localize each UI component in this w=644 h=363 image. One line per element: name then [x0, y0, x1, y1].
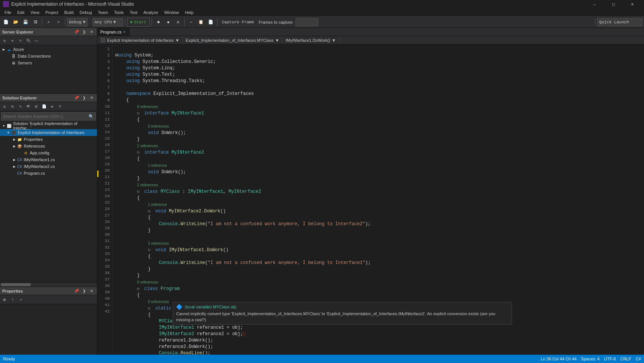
nav-member-chevron: ▼: [332, 38, 336, 43]
tree-properties[interactable]: ▶ 📁 Properties: [0, 136, 97, 143]
tree-imyinterface1[interactable]: ▶ C# IMyINterface1.cs: [0, 156, 97, 163]
cs-file2-icon: C#: [17, 163, 23, 169]
sol-refresh-btn[interactable]: ↻: [1, 103, 8, 110]
toolbar-copy[interactable]: 📋: [196, 18, 205, 27]
properties-panel: Properties 📌 ❯ ✕ ⊞ ↕ ⚡: [0, 287, 97, 355]
nav-project-dropdown[interactable]: ⬛ Explicit Implementation of Interfaces …: [97, 36, 183, 44]
left-panels: Server Explorer 📌 ❯ ✕ ↻ ✕ ✎ 🔌 ⸻ ▶ ☁ Azur…: [0, 28, 97, 355]
tree-item-servers[interactable]: 🖥 Servers: [0, 59, 97, 66]
props-grid-btn[interactable]: ⊞: [1, 296, 8, 304]
toolbar-open[interactable]: 📂: [11, 18, 20, 27]
tree-program-cs[interactable]: C# Program.cs: [0, 170, 97, 177]
solution-search-box[interactable]: 🔍: [1, 112, 96, 120]
props-pin-icon[interactable]: 📌: [74, 288, 80, 294]
statusbar-ln-col: Ln 36 Col 44 Ch 44: [541, 357, 577, 361]
menu-edit[interactable]: Edit: [14, 9, 28, 15]
toolbar-undo[interactable]: ↶: [44, 18, 53, 27]
toolbar-cut[interactable]: ✁: [187, 18, 196, 27]
close-panel-icon[interactable]: ✕: [89, 29, 95, 35]
menu-tools[interactable]: Tools: [111, 9, 127, 15]
properties-folder-icon: 📁: [17, 136, 23, 142]
debug-config-dropdown[interactable]: Debug ▼: [67, 18, 87, 26]
sol-props-btn[interactable]: ✎: [17, 103, 24, 110]
nav-member-dropdown[interactable]: IMyINterface1.DoWork() ▼: [282, 36, 339, 44]
code-editor: 1 2 3 4 5 6 7 8 9 10 11 12 13 14 15 16 1…: [97, 44, 644, 355]
toolbar-save-all[interactable]: 🖫: [31, 18, 40, 27]
tree-project[interactable]: ▼ ⬛ Explicit Implementation of Interface…: [0, 129, 97, 136]
minimize-button[interactable]: –: [586, 0, 603, 8]
menu-test[interactable]: Test: [127, 9, 140, 15]
solution-scrollbar[interactable]: [0, 282, 97, 287]
tree-item-data-connections[interactable]: 🗄 Data Connections: [0, 53, 97, 59]
search-icon: 🔍: [89, 114, 94, 119]
sol-sync-btn[interactable]: ⇄: [48, 103, 56, 110]
editor-area: Program.cs ✕ ⬛ Explicit Implementation o…: [97, 28, 644, 355]
toolbar: 📄 📂 💾 🖫 ↶ ↷ Debug ▼ Any CPU ▼ ► Start ■ …: [0, 17, 644, 28]
sol-filter-btn[interactable]: ⊡: [32, 103, 40, 110]
tree-imyinterface2[interactable]: ▶ C# IMyINterface2.cs: [0, 163, 97, 170]
server-explorer-tree: ▶ ☁ Azure 🗄 Data Connections 🖥 Servers: [0, 45, 97, 93]
statusbar-spaces: Spaces: 4: [581, 357, 600, 361]
toolbar-misc3[interactable]: ⇄: [173, 18, 182, 27]
tree-solution[interactable]: ▼ ⬜ Solution 'Explicit Implementation of…: [0, 122, 97, 129]
properties-toolbar: ⊞ ↕ ⚡: [0, 295, 97, 304]
sol-chevron-icon[interactable]: ❯: [81, 95, 87, 101]
menu-analyze[interactable]: Analyze: [140, 9, 161, 15]
toolbar-paste[interactable]: 📄: [206, 18, 215, 27]
solution-search-input[interactable]: [3, 114, 89, 119]
se-connect-btn[interactable]: 🔌: [25, 37, 32, 44]
sol-close-icon[interactable]: ✕: [89, 95, 95, 101]
tab-save-icon: ✕: [123, 30, 126, 34]
menu-file[interactable]: File: [2, 9, 14, 15]
menu-build[interactable]: Build: [61, 9, 77, 15]
chevron-icon[interactable]: ❯: [81, 29, 87, 35]
tree-item-azure[interactable]: ▶ ☁ Azure: [0, 46, 97, 53]
menu-project[interactable]: Project: [42, 9, 61, 15]
sol-show-all-btn[interactable]: 👁: [25, 103, 32, 110]
props-filter-btn[interactable]: ⚡: [17, 296, 25, 304]
menu-team[interactable]: Team: [95, 9, 111, 15]
menubar: File Edit View Project Build Debug Team …: [0, 8, 644, 17]
pin-icon[interactable]: 📌: [74, 29, 80, 35]
tab-program-cs[interactable]: Program.cs ✕: [97, 28, 129, 36]
toolbar-misc1[interactable]: ■: [154, 18, 163, 27]
solution-explorer-panel: Solution Explorer 📌 ❯ ✕ ↻ ⊖ ✎ 👁 ⊡ 📄 ⇄ ⌥ …: [0, 94, 97, 287]
se-del-btn[interactable]: ✕: [9, 37, 16, 44]
toolbar-capture-frame[interactable]: Capture Frame: [219, 18, 256, 27]
frames-to-capture-label: Frames to capture:: [257, 20, 295, 24]
main-layout: Server Explorer 📌 ❯ ✕ ↻ ✕ ✎ 🔌 ⸻ ▶ ☁ Azur…: [0, 28, 644, 355]
sol-git-btn[interactable]: ⌥: [56, 103, 64, 110]
server-explorer-panel: Server Explorer 📌 ❯ ✕ ↻ ✕ ✎ 🔌 ⸻ ▶ ☁ Azur…: [0, 28, 97, 94]
tree-references[interactable]: ▶ 📦 References: [0, 143, 97, 149]
props-close-icon[interactable]: ✕: [89, 288, 95, 294]
toolbar-save[interactable]: 💾: [21, 18, 30, 27]
menu-help[interactable]: Help: [182, 9, 197, 15]
sol-collapse-btn[interactable]: ⊖: [9, 103, 16, 110]
menu-debug[interactable]: Debug: [77, 9, 95, 15]
props-sort-btn[interactable]: ↕: [9, 296, 17, 304]
nav-project-chevron: ▼: [175, 38, 179, 43]
toolbar-misc2[interactable]: ◆: [164, 18, 173, 27]
props-chevron-icon[interactable]: ❯: [81, 288, 87, 294]
se-refresh-btn[interactable]: ↻: [1, 37, 8, 44]
toolbar-search[interactable]: Quick Launch: [597, 18, 642, 26]
restore-button[interactable]: ◻: [605, 0, 622, 8]
toolbar-redo[interactable]: ↷: [54, 18, 63, 27]
server-explorer-title: Server Explorer: [2, 30, 72, 34]
frames-input[interactable]: [296, 18, 318, 26]
tree-app-config[interactable]: ⚙ App.config: [0, 149, 97, 156]
close-button[interactable]: ✕: [624, 0, 641, 8]
server-explorer-toolbar: ↻ ✕ ✎ 🔌 ⸻: [0, 36, 97, 45]
start-button[interactable]: ► Start: [127, 18, 150, 27]
se-filter-btn[interactable]: ⸻: [32, 37, 40, 44]
sol-pin-icon[interactable]: 📌: [74, 95, 80, 101]
sol-preview-btn[interactable]: 📄: [40, 103, 48, 110]
menu-view[interactable]: View: [28, 9, 43, 15]
tooltip-icon: 🔷: [176, 304, 182, 310]
platform-dropdown[interactable]: Any CPU ▼: [93, 18, 123, 26]
nav-class-dropdown[interactable]: Explicit_Implementation_of_Interfaces.MY…: [183, 36, 283, 44]
menu-window[interactable]: Window: [161, 9, 182, 15]
se-props-btn[interactable]: ✎: [17, 37, 24, 44]
toolbar-new-project[interactable]: 📄: [2, 18, 11, 27]
tab-bar: Program.cs ✕: [97, 28, 644, 36]
